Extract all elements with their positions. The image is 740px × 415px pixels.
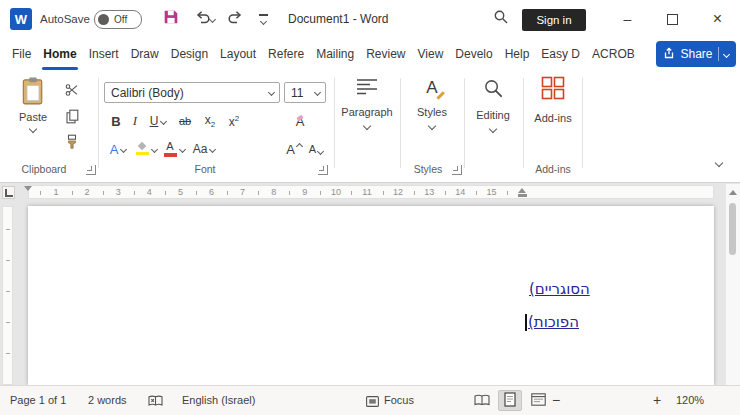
chevron-down-icon — [259, 18, 266, 25]
focus-icon — [366, 396, 379, 407]
tab-home[interactable]: Home — [37, 38, 82, 70]
magnifier-icon — [483, 78, 504, 101]
tab-draw[interactable]: Draw — [125, 38, 165, 70]
save-button[interactable] — [160, 9, 182, 29]
redo-button[interactable] — [226, 9, 246, 29]
zoom-in-button[interactable]: + — [653, 386, 661, 415]
close-button[interactable]: × — [695, 0, 740, 38]
tab-design[interactable]: Design — [165, 38, 214, 70]
tab-insert[interactable]: Insert — [83, 38, 125, 70]
chevron-down-icon — [160, 117, 167, 124]
scrollbar-thumb[interactable] — [729, 203, 736, 255]
tab-layout[interactable]: Layout — [214, 38, 262, 70]
redo-icon — [228, 10, 244, 29]
minimize-button[interactable]: – — [605, 0, 650, 38]
styles-dialog-launcher[interactable] — [452, 165, 462, 175]
tab-develo[interactable]: Develo — [449, 38, 498, 70]
first-line-indent-marker[interactable] — [24, 186, 32, 191]
group-divider — [334, 78, 335, 168]
text-effects-button[interactable]: A — [106, 138, 130, 160]
read-mode-button[interactable] — [470, 390, 494, 411]
tab-refere[interactable]: Refere — [262, 38, 310, 70]
language-indicator[interactable]: English (Israel) — [182, 386, 255, 415]
title-bar: W AutoSave Off Document1 - Word — [0, 0, 740, 38]
left-indent-marker[interactable] — [518, 194, 527, 197]
clipboard-paste-icon — [21, 76, 45, 108]
tab-view[interactable]: View — [412, 38, 450, 70]
change-case-button[interactable]: Aa — [190, 138, 218, 160]
font-color-button[interactable]: A — [161, 138, 187, 160]
zoom-out-button[interactable]: − — [552, 386, 560, 415]
ruler-tick — [165, 191, 166, 195]
tab-file[interactable]: File — [6, 38, 37, 70]
undo-button[interactable] — [192, 9, 216, 29]
styles-group-button[interactable]: StylesA Styles — [402, 78, 462, 129]
ruler-number: 2 — [85, 187, 90, 197]
focus-button[interactable]: Focus — [384, 386, 414, 415]
editing-group-button[interactable]: Editing — [464, 78, 522, 132]
print-layout-button[interactable] — [498, 390, 522, 411]
paste-button[interactable]: Paste — [10, 76, 56, 132]
search-button[interactable] — [490, 9, 512, 29]
scroll-up-arrow-icon[interactable] — [729, 190, 737, 195]
close-icon: × — [713, 10, 722, 28]
addins-button[interactable]: Add-ins — [526, 76, 580, 124]
document-page[interactable] — [28, 206, 714, 385]
tab-easy-d[interactable]: Easy D — [535, 38, 586, 70]
ruler-tick — [445, 191, 446, 195]
font-name-combo[interactable]: Calibri (Body) — [104, 82, 280, 103]
font-size-value: 11 — [285, 86, 315, 100]
tab-stop-selector[interactable] — [2, 186, 15, 199]
share-button[interactable]: Share — [656, 41, 736, 67]
font-dialog-launcher[interactable] — [318, 165, 328, 175]
document-text-line: הפוכות) — [528, 313, 579, 331]
clear-formatting-button[interactable]: A — [288, 110, 312, 132]
format-painter-button[interactable] — [62, 135, 82, 153]
bold-button[interactable]: B — [106, 110, 126, 132]
sign-in-button[interactable]: Sign in — [522, 9, 586, 31]
tab-review[interactable]: Review — [360, 38, 411, 70]
ruler-number: 13 — [424, 187, 434, 197]
italic-button[interactable]: I — [127, 110, 143, 132]
copy-button[interactable] — [62, 109, 82, 127]
proofing-check-button[interactable] — [148, 395, 163, 409]
cut-button[interactable] — [62, 83, 82, 101]
shrink-font-button[interactable]: A — [306, 138, 326, 160]
autosave-toggle[interactable]: Off — [94, 10, 142, 29]
tab-mailing[interactable]: Mailing — [310, 38, 360, 70]
tab-acrob[interactable]: ACROB — [586, 38, 641, 70]
ruler-tick — [351, 191, 352, 195]
chevron-down-icon — [268, 89, 275, 96]
indent-marker[interactable] — [518, 188, 526, 193]
ruler-number: 8 — [271, 187, 276, 197]
ruler-tick — [196, 191, 197, 195]
grow-font-button[interactable]: A — [284, 138, 304, 160]
undo-icon — [194, 10, 210, 29]
paste-label: Paste — [19, 111, 47, 123]
maximize-button[interactable] — [650, 0, 695, 38]
underline-button[interactable]: U — [145, 110, 171, 132]
highlight-color-button[interactable] — [133, 138, 159, 160]
text-effects-icon: A — [110, 142, 119, 157]
word-count[interactable]: 2 words — [88, 386, 127, 415]
clipboard-dialog-launcher[interactable] — [86, 165, 96, 175]
subscript-button[interactable]: x2 — [199, 110, 221, 132]
page-indicator[interactable]: Page 1 of 1 — [10, 386, 66, 415]
chevron-down-icon — [722, 50, 729, 57]
strikethrough-button[interactable]: ab — [173, 110, 197, 132]
font-size-combo[interactable]: 11 — [284, 82, 326, 103]
ruler-tick — [72, 191, 73, 195]
superscript-button[interactable]: x2 — [223, 110, 245, 132]
word-app-icon[interactable]: W — [10, 8, 32, 30]
collapse-ribbon-button[interactable] — [710, 156, 728, 170]
styles-icon: StylesA — [426, 78, 437, 98]
underline-icon: U — [150, 114, 159, 128]
ruler-tick — [6, 260, 10, 261]
tab-help[interactable]: Help — [499, 38, 536, 70]
paragraph-group-button[interactable]: Paragraph — [336, 78, 398, 129]
quick-access-overflow-button[interactable] — [256, 9, 270, 29]
word-window: W AutoSave Off Document1 - Word — [0, 0, 740, 415]
web-layout-button[interactable] — [526, 390, 550, 411]
web-layout-icon — [531, 393, 546, 408]
zoom-level[interactable]: 120% — [676, 386, 704, 415]
